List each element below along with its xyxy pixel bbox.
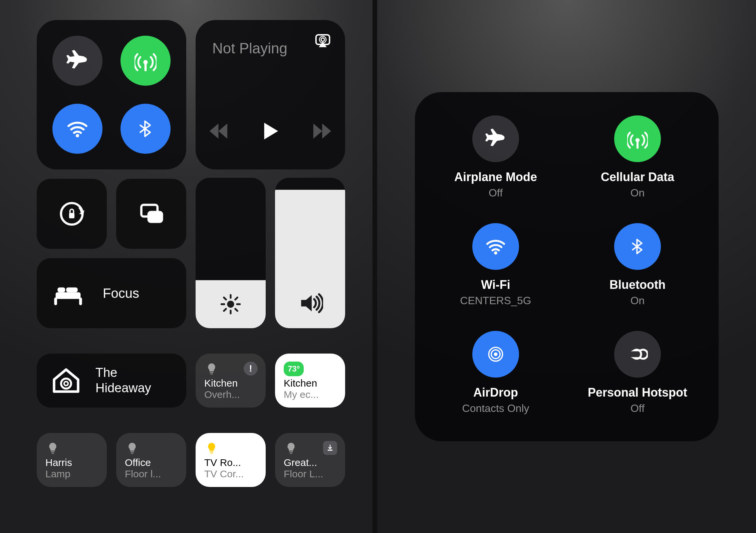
home-tile-kitchen-overhead[interactable]: ! Kitchen Overh... [196, 354, 266, 408]
tile-title: Office [125, 457, 178, 468]
bluetooth-toggle[interactable] [614, 223, 661, 270]
bed-icon [53, 278, 83, 309]
play-button[interactable] [259, 119, 281, 143]
orientation-lock-icon [57, 199, 86, 228]
cellular-icon [627, 128, 648, 149]
home-tile-kitchen-ecobee[interactable]: 73° Kitchen My ec... [275, 354, 345, 408]
tile-sub: Floor l... [125, 468, 178, 480]
bulb-icon [125, 441, 140, 456]
volume-slider[interactable] [275, 178, 345, 328]
exp-status: Off [489, 187, 503, 199]
focus-label: Focus [103, 286, 139, 301]
home-tile-great-floor[interactable]: Great... Floor L... [275, 433, 345, 487]
tile-title: TV Ro... [204, 457, 257, 468]
focus-icon-wrap [48, 273, 88, 313]
exp-status: On [631, 187, 645, 199]
exp-hotspot[interactable]: Personal Hotspot Off [573, 331, 702, 415]
cellular-data-toggle[interactable] [614, 115, 661, 162]
airplane-icon [485, 128, 507, 150]
brightness-slider[interactable] [196, 178, 266, 328]
exp-title: Wi-Fi [481, 278, 510, 292]
exp-title: Airplane Mode [454, 170, 537, 184]
connectivity-expanded-pane: Airplane Mode Off Cellular Data On Wi-Fi… [377, 0, 756, 533]
tile-sub: Lamp [45, 468, 98, 480]
volume-icon [297, 290, 323, 316]
wifi-icon [485, 236, 506, 257]
exp-airdrop[interactable]: AirDrop Contacts Only [432, 331, 560, 415]
exp-title: Personal Hotspot [588, 386, 687, 400]
tile-sub: Floor L... [284, 468, 336, 480]
hotspot-toggle[interactable] [614, 331, 661, 378]
bulb-icon [45, 441, 60, 456]
tile-sub: My ec... [284, 389, 336, 400]
exp-title: Bluetooth [609, 278, 666, 292]
exp-status: On [631, 295, 645, 307]
bluetooth-toggle[interactable] [120, 104, 171, 154]
focus-button[interactable]: Focus [37, 258, 186, 328]
home-button[interactable]: The Hideaway [37, 354, 186, 408]
wifi-icon [66, 118, 88, 140]
airplane-mode-toggle[interactable] [52, 36, 102, 86]
exp-status: CENTERS_5G [460, 295, 531, 307]
exp-status: Off [631, 402, 645, 415]
hotspot-icon [627, 344, 648, 365]
brightness-icon [219, 293, 242, 316]
media-controls [209, 119, 332, 143]
next-button[interactable] [311, 120, 332, 142]
connectivity-module[interactable] [37, 20, 186, 169]
cellular-icon [135, 50, 157, 72]
airplane-mode-toggle[interactable] [472, 115, 519, 162]
connectivity-expanded[interactable]: Airplane Mode Off Cellular Data On Wi-Fi… [415, 92, 719, 441]
screen-mirroring-icon [137, 199, 166, 228]
tile-title: Harris [45, 457, 98, 468]
media-module[interactable]: Not Playing [196, 20, 345, 169]
orientation-lock-toggle[interactable] [37, 179, 107, 249]
cc-grid: Not Playing [0, 0, 372, 533]
download-badge [323, 441, 337, 455]
exp-status: Contacts Only [462, 402, 529, 415]
home-tile-tvroom[interactable]: TV Ro... TV Cor... [196, 433, 266, 487]
screen-mirroring-button[interactable] [116, 179, 186, 249]
exp-bluetooth[interactable]: Bluetooth On [573, 223, 702, 307]
airplane-icon [66, 49, 89, 72]
bluetooth-icon [136, 119, 155, 138]
airplay-icon [314, 32, 332, 50]
tile-sub: TV Cor... [204, 468, 257, 480]
home-tile-office-floor[interactable]: Office Floor l... [116, 433, 186, 487]
control-center: Not Playing [0, 0, 377, 533]
airdrop-toggle[interactable] [472, 331, 519, 378]
tile-title: Kitchen [284, 378, 336, 389]
airplay-button[interactable] [314, 32, 332, 50]
airdrop-icon [486, 344, 506, 364]
home-name-line2: Hideaway [95, 381, 151, 396]
exp-airplane[interactable]: Airplane Mode Off [432, 115, 560, 199]
warning-badge: ! [244, 362, 258, 376]
tile-sub: Overh... [204, 389, 257, 400]
home-icon [50, 365, 82, 397]
home-name: The Hideaway [95, 365, 151, 396]
tile-title: Kitchen [204, 378, 257, 389]
bulb-icon [284, 441, 298, 456]
wifi-toggle[interactable] [52, 104, 102, 154]
exp-cellular[interactable]: Cellular Data On [573, 115, 702, 199]
exp-wifi[interactable]: Wi-Fi CENTERS_5G [432, 223, 560, 307]
exp-title: AirDrop [473, 386, 518, 400]
temperature-badge: 73° [284, 362, 304, 376]
bulb-icon [204, 441, 219, 456]
bulb-icon [204, 362, 219, 376]
home-tile-harris-lamp[interactable]: Harris Lamp [37, 433, 107, 487]
wifi-toggle[interactable] [472, 223, 519, 270]
tile-title: Great... [284, 457, 336, 468]
previous-button[interactable] [209, 120, 229, 142]
bluetooth-icon [629, 238, 646, 255]
home-name-line1: The [95, 365, 151, 381]
exp-title: Cellular Data [601, 170, 674, 184]
cellular-data-toggle[interactable] [120, 36, 171, 86]
